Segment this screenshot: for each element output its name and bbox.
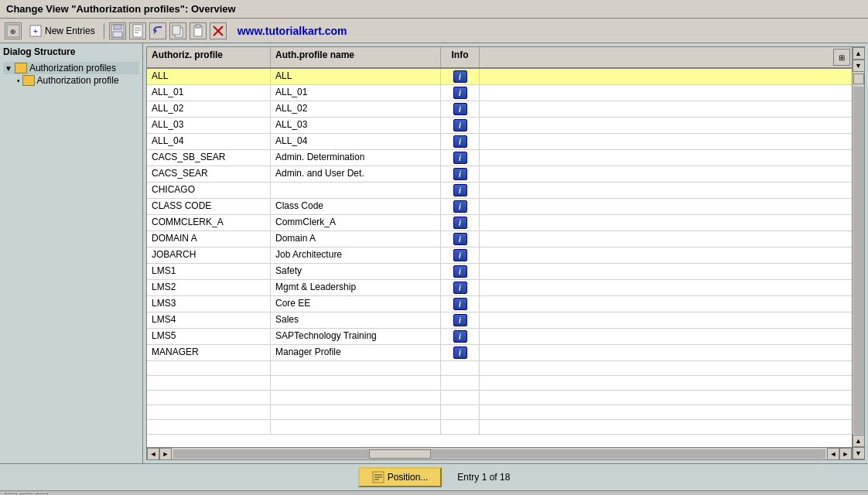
info-button[interactable]: i	[453, 87, 467, 99]
sidebar: Dialog Structure ▼ Authorization profile…	[0, 43, 143, 463]
cell-info[interactable]: i	[441, 166, 480, 182]
svg-text:⊛: ⊛	[10, 28, 16, 36]
table-row[interactable]: ALL_03 ALL_03 i	[147, 118, 852, 134]
table-row[interactable]: LMS3 Core EE i	[147, 296, 852, 312]
table-row[interactable]: COMMCLERK_A CommClerk_A i	[147, 215, 852, 231]
toolbar-icon-save[interactable]	[109, 22, 126, 39]
table-row[interactable]: ALL_04 ALL_04 i	[147, 134, 852, 150]
toolbar-icon-copy[interactable]	[169, 22, 186, 39]
cell-profile: ALL_02	[147, 101, 271, 117]
table-row[interactable]: ALL ALL i	[147, 69, 852, 85]
toolbar-icon-sap[interactable]: ⊛	[5, 22, 22, 39]
entry-info: Entry 1 of 18	[457, 472, 510, 483]
new-entries-button[interactable]: + New Entries	[25, 22, 99, 40]
scroll-bottom-up[interactable]: ▲	[853, 435, 865, 447]
info-button[interactable]: i	[453, 346, 467, 359]
scroll-up-button[interactable]: ▲	[853, 47, 865, 60]
cell-profile: ALL_04	[147, 134, 271, 149]
cell-info[interactable]: i	[441, 85, 480, 101]
position-button[interactable]: Position...	[358, 467, 443, 487]
scroll-thumb[interactable]	[369, 449, 431, 459]
toolbar-icon-delete[interactable]	[210, 22, 227, 39]
title-bar: Change View "Authorization profiles": Ov…	[0, 0, 868, 19]
sidebar-item-auth-profile[interactable]: • Authorization profile	[15, 74, 139, 87]
scroll-end-right[interactable]: ►	[839, 448, 852, 460]
info-button[interactable]: i	[453, 103, 467, 115]
info-button[interactable]: i	[453, 265, 467, 278]
table-row[interactable]: CHICAGO i	[147, 183, 852, 199]
scroll-left-button[interactable]: ◄	[147, 448, 159, 460]
table-row[interactable]: LMS5 SAPTechnology Training i	[147, 329, 852, 345]
table-row[interactable]: LMS4 Sales i	[147, 312, 852, 329]
info-button[interactable]: i	[453, 70, 467, 83]
table-row[interactable]: CLASS CODE Class Code i	[147, 199, 852, 215]
info-button[interactable]: i	[453, 330, 467, 343]
table-row[interactable]: CACS_SEAR Admin. and User Det. i	[147, 166, 852, 183]
tree-arrow-expand: ▼	[5, 64, 12, 73]
scroll-end-left[interactable]: ◄	[827, 448, 839, 460]
cell-info[interactable]: i	[441, 296, 480, 312]
sidebar-item-auth-profiles[interactable]: ▼ Authorization profiles	[3, 62, 139, 74]
info-button[interactable]: i	[453, 168, 467, 180]
cell-info[interactable]: i	[441, 69, 480, 84]
cell-info[interactable]: i	[441, 199, 480, 214]
cell-info[interactable]: i	[441, 134, 480, 149]
info-button[interactable]: i	[453, 152, 467, 164]
info-button[interactable]: i	[453, 135, 467, 148]
cell-profile: CHICAGO	[147, 183, 271, 198]
cell-info[interactable]: i	[441, 183, 480, 198]
table-row[interactable]: ALL_01 ALL_01 i	[147, 85, 852, 101]
table-row[interactable]: JOBARCH Job Architecture i	[147, 248, 852, 264]
info-button[interactable]: i	[453, 282, 467, 294]
scroll-bottom-down[interactable]: ▼	[853, 447, 865, 459]
cell-info[interactable]: i	[441, 280, 480, 295]
main-content: Dialog Structure ▼ Authorization profile…	[0, 43, 868, 463]
sidebar-label-auth-profile: Authorization profile	[37, 75, 119, 86]
cell-info[interactable]: i	[441, 248, 480, 263]
info-button[interactable]: i	[453, 119, 467, 131]
cell-info[interactable]: i	[441, 345, 480, 360]
cell-profile: DOMAIN A	[147, 231, 271, 247]
cell-info[interactable]: i	[441, 312, 480, 328]
toolbar-icon-page[interactable]	[129, 22, 146, 39]
table-row[interactable]: MANAGER Manager Profile i	[147, 345, 852, 361]
scroll-checkbox[interactable]	[853, 73, 864, 84]
cell-info[interactable]: i	[441, 150, 480, 166]
cell-profile: LMS2	[147, 280, 271, 295]
cell-name: CommClerk_A	[271, 215, 441, 230]
info-button[interactable]: i	[453, 184, 467, 196]
table-row-empty	[147, 361, 852, 376]
table-row[interactable]: LMS1 Safety i	[147, 264, 852, 280]
info-button[interactable]: i	[453, 298, 467, 310]
cell-info[interactable]: i	[441, 329, 480, 344]
table-row[interactable]: DOMAIN A Domain A i	[147, 231, 852, 248]
svg-rect-13	[173, 26, 180, 35]
cell-name: Domain A	[271, 231, 441, 247]
cell-info[interactable]: i	[441, 118, 480, 133]
info-button[interactable]: i	[453, 233, 467, 245]
info-button[interactable]: i	[453, 217, 467, 229]
grid-settings-icon[interactable]: ⊞	[833, 49, 850, 66]
tree-dot: •	[17, 77, 20, 85]
toolbar-icon-undo[interactable]	[149, 22, 166, 39]
sidebar-label-auth-profiles: Authorization profiles	[29, 63, 116, 73]
cell-info[interactable]: i	[441, 264, 480, 279]
info-button[interactable]: i	[453, 314, 467, 326]
table-row[interactable]: CACS_SB_SEAR Admin. Determination i	[147, 150, 852, 166]
cell-info[interactable]: i	[441, 231, 480, 247]
toolbar-icon-paste[interactable]	[190, 22, 207, 39]
table-row[interactable]: ALL_02 ALL_02 i	[147, 101, 852, 118]
scroll-down-button[interactable]: ▼	[853, 60, 865, 72]
cell-name: ALL_04	[271, 134, 441, 149]
toolbar-separator-1	[104, 23, 104, 39]
cell-info[interactable]: i	[441, 101, 480, 117]
cell-name: SAPTechnology Training	[271, 329, 441, 344]
horizontal-scrollbar[interactable]: ◄ ► ◄ ►	[147, 447, 852, 459]
info-button[interactable]: i	[453, 200, 467, 213]
info-button[interactable]: i	[453, 249, 467, 261]
scroll-track[interactable]	[173, 449, 825, 459]
vertical-scrollbar[interactable]: ▲ ▼ ▲ ▼	[852, 47, 864, 459]
table-row[interactable]: LMS2 Mgmt & Leadership i	[147, 280, 852, 296]
cell-info[interactable]: i	[441, 215, 480, 230]
scroll-right-button[interactable]: ►	[159, 448, 172, 460]
